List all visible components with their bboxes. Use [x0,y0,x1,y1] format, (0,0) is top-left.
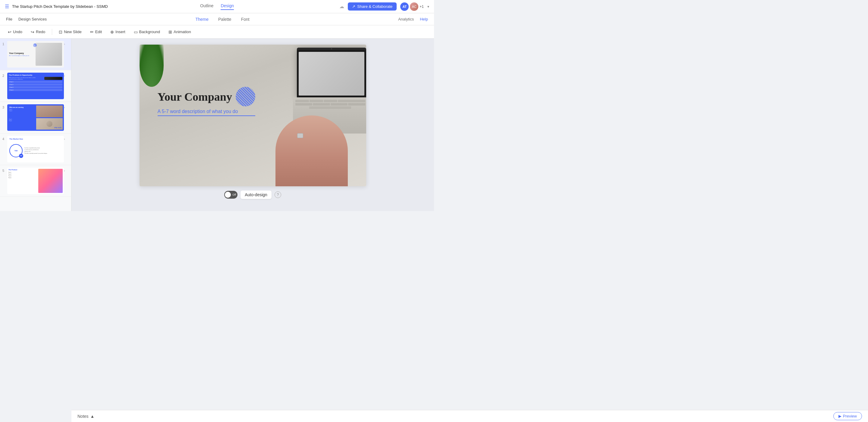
hamburger-icon[interactable]: ☰ [5,4,9,9]
avatar-group: AT AC +1 [400,2,424,11]
redo-button[interactable]: ↪ Redo [28,28,48,36]
background-icon: ▭ [134,30,138,34]
tab-outline[interactable]: Outline [200,3,213,10]
autodesign-bar: Off Auto-design ? [224,190,281,199]
slide-item-1[interactable]: 1 Your Company A 5-7 word description of… [0,38,71,70]
new-slide-icon: ⊡ [59,30,62,34]
toolbar-separator-1 [52,29,52,35]
slide-num-2: 2 [2,73,7,99]
slide-4-chevron-icon[interactable]: › [64,136,69,162]
edit-button[interactable]: ✏ Edit [87,28,105,36]
second-nav-left: File Design Services [6,17,47,21]
tab-palette[interactable]: Palette [218,17,231,22]
autodesign-toggle-knob [225,192,231,198]
top-nav-bar: ☰ The Startup Pitch Deck Template by Sli… [0,0,434,13]
users-chevron-icon[interactable]: ▾ [427,4,429,9]
redo-icon: ↪ [31,30,34,34]
slide-thumb-3: Who we are serving Point 1 Point 2 Point… [7,104,64,131]
canvas-area: Your Company A 5-7 word description of w… [71,38,434,211]
slide-canvas[interactable]: Your Company A 5-7 word description of w… [140,44,366,186]
main-layout: 1 Your Company A 5-7 word description of… [0,38,434,211]
extra-users-count: +1 [420,4,424,9]
slide-thumb-1: Your Company A 5-7 word description of w… [7,41,64,67]
slide-item-5[interactable]: 5 The Product Point 1 Point 2 Point 3 Po… [0,165,71,197]
insert-button[interactable]: ⊕ Insert [107,28,128,36]
hands-area [276,116,348,186]
slide-2-chevron-icon[interactable]: › [64,73,69,99]
tab-font[interactable]: Font [241,17,250,22]
nav-left: ☰ The Startup Pitch Deck Template by Sli… [5,4,108,9]
animation-icon: ⊞ [168,30,172,34]
laptop-screen [297,48,366,97]
autodesign-toggle[interactable]: Off [224,191,238,199]
slide-text-area[interactable]: Your Company A 5-7 word description of w… [158,87,255,116]
slide-item-4[interactable]: 4 The Market Size TAM SAM Use three co [0,133,71,165]
avatar-ac: AC [410,2,418,11]
slide-description: A 5-7 word description of what you do [158,109,255,116]
animation-button[interactable]: ⊞ Animation [165,28,194,36]
undo-button[interactable]: ↩ Undo [5,28,25,36]
autodesign-label[interactable]: Auto-design [241,190,272,199]
cloud-icon: ☁ [339,4,344,9]
design-services-menu[interactable]: Design Services [19,17,47,21]
tab-design[interactable]: Design [221,3,234,10]
nav-right: ☁ ↗ Share & Collaborate AT AC +1 ▾ [339,2,429,11]
slide-num-5: 5 [2,168,7,194]
share-icon: ↗ [352,4,355,9]
slide-thumb-4: The Market Size TAM SAM Use three compar… [7,136,64,162]
slide-num-1: 1 [2,41,7,67]
slide-logo-circle [236,87,255,107]
slide-3-chevron-icon[interactable]: › [64,104,69,131]
second-nav-right: Analytics Help [398,17,428,21]
toolbar: ↩ Undo ↪ Redo ⊡ New Slide ✏ Edit ⊕ Inser… [0,25,434,38]
new-slide-button[interactable]: ⊡ New Slide [56,28,85,36]
slide-thumb-2: The Problem & Opportunity What pain poin… [7,73,64,99]
insert-icon: ⊕ [110,30,114,34]
slide-item-2[interactable]: 2 The Problem & Opportunity What pain po… [0,70,71,102]
edit-icon: ✏ [90,30,94,34]
help-link[interactable]: Help [420,17,428,21]
avatar-at: AT [400,2,409,11]
tab-theme[interactable]: Theme [195,17,209,22]
second-nav-bar: File Design Services Theme Palette Font … [0,13,434,25]
share-collaborate-button[interactable]: ↗ Share & Collaborate [348,2,397,10]
slide-1-chevron-icon[interactable]: › [64,41,69,67]
background-button[interactable]: ▭ Background [131,28,163,36]
slide-item-3[interactable]: 3 Who we are serving Point 1 Point 2 P [0,102,71,133]
slide-company-title: Your Company [158,90,232,103]
nav-center-tabs: Outline Design [200,3,234,10]
analytics-link[interactable]: Analytics [398,17,414,21]
slide-thumb-5: The Product Point 1 Point 2 Point 3 Poin… [7,168,64,194]
slide-5-chevron-icon[interactable]: › [64,168,69,194]
second-nav-center: Theme Palette Font [195,17,249,22]
autodesign-help-icon[interactable]: ? [275,191,281,198]
slide-num-4: 4 [2,136,7,162]
plant-area [140,44,164,87]
file-menu[interactable]: File [6,17,12,21]
slide-num-3: 3 [2,104,7,131]
slide-panel: 1 Your Company A 5-7 word description of… [0,38,71,211]
app-title: The Startup Pitch Deck Template by Slide… [12,4,108,9]
undo-icon: ↩ [8,30,11,34]
